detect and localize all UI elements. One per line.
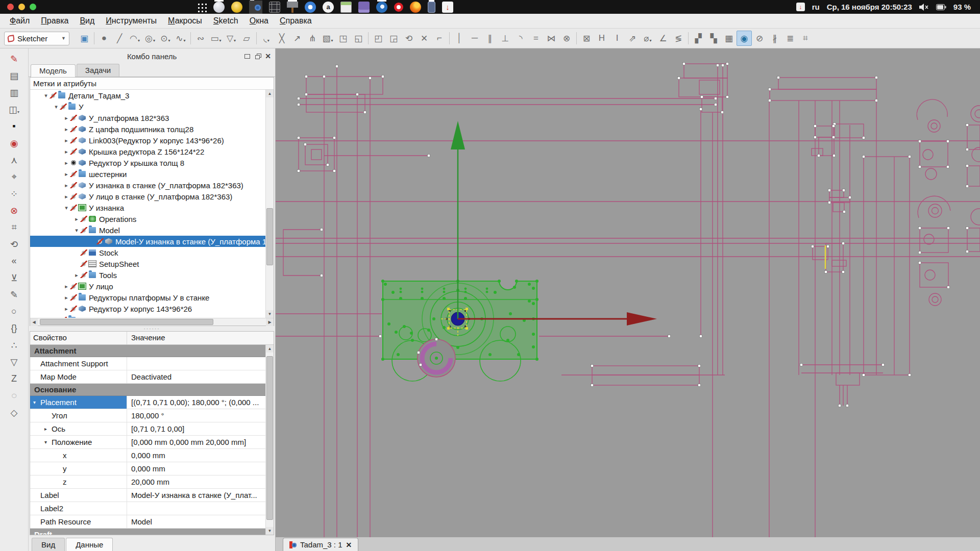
property-view-tab[interactable]: Данные — [66, 538, 113, 551]
property-row[interactable]: Path Resource Model — [30, 515, 265, 529]
scroll-down-icon[interactable]: ▼ — [266, 527, 274, 535]
property-value[interactable]: Deactivated — [127, 370, 265, 383]
z-tool-icon[interactable]: Z — [6, 370, 23, 387]
tree-horizontal-scrollbar[interactable]: ◀ ▶ — [30, 318, 274, 325]
menu-item[interactable]: Инструменты — [101, 15, 161, 27]
property-view-tab[interactable]: Вид — [32, 538, 65, 551]
constraint-vertical-icon[interactable]: │ — [452, 31, 467, 46]
expand-arrow-icon[interactable] — [33, 399, 38, 405]
extend-edge-icon[interactable]: ↗ — [289, 31, 305, 46]
tree-item[interactable]: Редуктор У корпус 143*96*26 — [30, 303, 265, 314]
tree-vertical-scrollbar[interactable]: ▲ ▼ — [265, 90, 274, 318]
clone-icon[interactable]: ◲ — [386, 31, 401, 46]
split-edge-icon[interactable]: ⋔ — [305, 31, 320, 46]
tree-item[interactable]: У изнанка в станке (У_платформа 182*363) — [30, 180, 265, 191]
separator[interactable] — [449, 32, 450, 44]
calculator-app-icon[interactable] — [340, 2, 352, 13]
sign-app-icon[interactable] — [287, 2, 298, 13]
menu-item[interactable]: Окна — [245, 15, 273, 27]
phone-app-icon[interactable] — [428, 2, 435, 13]
create-circle-icon[interactable]: ◎ — [142, 31, 158, 46]
menu-item[interactable]: Макросы — [163, 15, 207, 27]
property-value[interactable]: [0,71 0,71 0,00] — [127, 422, 265, 435]
trim-edge-icon[interactable]: ╳ — [274, 31, 289, 46]
property-row[interactable]: Основание — [30, 384, 265, 396]
create-point-icon[interactable]: ● — [96, 31, 112, 46]
expand-arrow-icon[interactable] — [44, 426, 50, 432]
expand-arrow-icon[interactable] — [53, 104, 60, 110]
dashed-circle-tool-icon[interactable]: ◌ — [6, 387, 23, 404]
property-value[interactable] — [127, 357, 265, 370]
constraint-distance-icon[interactable]: ⇗ — [625, 31, 640, 46]
tree-item[interactable]: Редуктор У крышка толщ 8 — [30, 157, 265, 168]
delete-tool-icon[interactable]: ⊗ — [6, 202, 23, 219]
tree-item[interactable]: У_платформа 182*363 — [30, 112, 265, 123]
tiles-app-icon[interactable] — [269, 2, 280, 13]
constraint-horizontal-distance-icon[interactable]: H — [594, 31, 609, 46]
property-value[interactable]: Model-У изнанка в станке (У_плат... — [127, 489, 265, 502]
separator[interactable] — [94, 32, 94, 44]
tree-item[interactable]: Детали_Тадам_3 — [30, 90, 265, 101]
expand-arrow-icon[interactable] — [63, 137, 70, 144]
tree-item[interactable]: Z цапфа подшипника толщ28 — [30, 123, 265, 135]
expand-arrow-icon[interactable] — [63, 193, 70, 200]
property-row[interactable]: y 0,000 mm — [30, 462, 265, 475]
fillet-icon[interactable]: ◟ — [259, 31, 274, 46]
property-value[interactable]: [0,000 mm 0,000 mm 20,000 mm] — [127, 436, 265, 448]
external-geometry-icon[interactable]: ▧ — [320, 31, 335, 46]
separator[interactable] — [688, 32, 689, 44]
keyboard-layout[interactable]: ru — [812, 3, 820, 11]
create-polygon-icon[interactable]: ▽ — [224, 31, 239, 46]
sketcher-workbench-icon[interactable]: ✎ — [6, 51, 23, 67]
constraint-block-icon[interactable]: ⊗ — [559, 31, 574, 46]
constraint-tangent-icon[interactable]: ◝ — [513, 31, 528, 46]
toggle-driving-icon[interactable]: ▚ — [706, 31, 721, 46]
workbench-selector[interactable]: Sketcher ▼ — [4, 32, 69, 45]
create-polyline-icon[interactable]: ∿ — [173, 31, 188, 46]
grid-tool-icon[interactable]: ⁘ — [6, 185, 23, 202]
expand-arrow-icon[interactable] — [63, 148, 70, 155]
amazon-app-icon[interactable]: a — [323, 2, 334, 13]
degrees-of-freedom-icon[interactable]: ≣ — [782, 31, 798, 46]
property-row[interactable]: Draft — [30, 529, 265, 535]
constraint-symmetric-icon[interactable]: ⋈ — [544, 31, 559, 46]
pliers-tool-icon[interactable]: ⋏ — [6, 152, 23, 168]
panel-tab[interactable]: Задачи — [77, 64, 119, 77]
expand-arrow-icon[interactable] — [73, 272, 80, 279]
property-row[interactable]: Attachment — [30, 345, 265, 357]
clone-sketch-icon[interactable]: ▦ — [721, 31, 737, 46]
expand-arrow-icon[interactable] — [44, 439, 50, 445]
chromium-app-icon[interactable] — [305, 2, 316, 13]
expand-arrow-icon[interactable] — [63, 171, 70, 178]
property-row[interactable]: Label Model-У изнанка в станке (У_плат..… — [30, 489, 265, 502]
symmetry-icon[interactable]: ◰ — [371, 31, 386, 46]
create-conic-icon[interactable]: ⊙ — [158, 31, 173, 46]
validate-sketch-icon[interactable]: ◉ — [737, 31, 752, 46]
constraint-refraction-icon[interactable]: ≶ — [671, 31, 686, 46]
remove-alignment-icon[interactable]: ✕ — [416, 31, 432, 46]
tree-item[interactable]: У изнанка — [30, 202, 265, 213]
axes-tool-icon[interactable]: ⌗ — [6, 219, 23, 236]
close-document-icon[interactable]: ✕ — [346, 541, 352, 549]
corner-icon[interactable]: ⌐ — [432, 31, 447, 46]
expand-arrow-icon[interactable] — [63, 205, 70, 211]
expand-arrow-icon[interactable] — [73, 227, 80, 234]
property-value[interactable]: 180,000 ° — [127, 409, 265, 422]
polygon-tool-icon[interactable]: ▽ — [6, 354, 23, 370]
create-rectangle-icon[interactable]: ▭ — [208, 31, 224, 46]
tree-item[interactable]: SetupSheet — [30, 258, 265, 269]
tree-item[interactable]: Model-У изнанка в станке (У_платформа 18 — [30, 236, 265, 247]
menu-item[interactable]: Справка — [275, 15, 316, 27]
create-slot-icon[interactable]: ▱ — [239, 31, 254, 46]
dots-tool-icon[interactable]: ∴ — [6, 337, 23, 354]
property-value[interactable]: 0,000 mm — [127, 462, 265, 475]
render-ball-icon[interactable]: ◉ — [6, 135, 23, 152]
pressed-tool-icon[interactable]: ▪ — [6, 118, 23, 135]
internal-alignment-icon[interactable]: ∦ — [767, 31, 782, 46]
separator[interactable] — [576, 32, 577, 44]
create-arc-icon[interactable]: ◠ — [127, 31, 142, 46]
scroll-left-icon[interactable]: ◀ — [30, 318, 38, 326]
draft-tool-icon[interactable]: ◇ — [6, 404, 23, 421]
create-bspline-icon[interactable]: ∾ — [193, 31, 208, 46]
braces-tool-icon[interactable]: {} — [6, 320, 23, 337]
